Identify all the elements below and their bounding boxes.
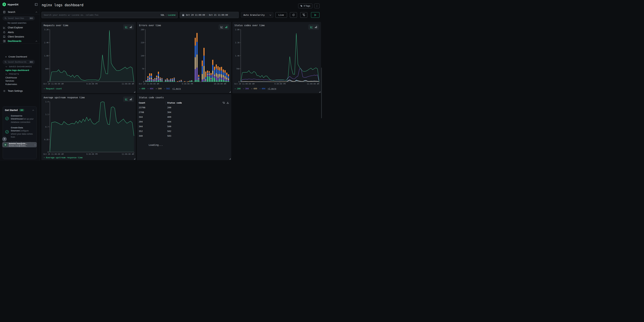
app-root: HyperDX Search ⌘K No saved searches [0,0,322,161]
count-cell: 340 [139,135,167,140]
wrap-lines-icon[interactable] [222,102,225,104]
svg-text:2.8K: 2.8K [235,29,240,31]
legend-more-link[interactable]: +1 more [172,88,181,90]
bar-chart-icon[interactable] [130,26,132,28]
sidebar-item-chart-explorer[interactable]: Chart Explorer [0,25,40,30]
line-chart-icon[interactable] [125,98,128,100]
bar-chart-icon[interactable] [315,26,317,28]
legend-item[interactable]: —502 [164,88,170,90]
sidebar-collapse-button[interactable] [35,3,38,6]
svg-text:9:30:00 PM: 9:30:00 PM [182,83,193,85]
requests-chart-plot[interactable]: 08001.6K2.4K3.2KOct 20 11:00:00 AM9:30:0… [43,29,134,86]
gear-icon [3,90,6,92]
granularity-select[interactable]: Auto Granularity [241,12,273,18]
legend-item[interactable]: —Average upstream response time [44,156,82,159]
column-resize-handle[interactable] [166,102,166,104]
panel-avg-upstream-response: Average upstream response time 00.350.71… [42,94,136,160]
check-circle-icon [5,130,9,134]
chevron-up-icon [36,40,37,42]
bar-chart-icon[interactable] [225,26,228,28]
event-search-bar[interactable]: SQL | Lucene [42,12,178,18]
svg-text:11:00:00 AM: 11:00:00 AM [122,83,134,85]
sidebar-item-alerts[interactable]: Alerts [0,30,40,34]
sidebar-item-dashboards[interactable]: Dashboards [0,39,40,43]
legend-item[interactable]: —Request count [44,88,62,90]
dashboard-menu-button[interactable]: ⋮ [314,4,320,8]
get-started-title: Get Started [5,109,18,112]
scrollbar[interactable] [321,68,322,118]
table-row: 344400 [139,116,229,120]
legend-item[interactable]: —304 [243,88,249,90]
create-dashboard-button[interactable]: + Create Dashboard [5,55,27,58]
refresh-button[interactable] [290,12,297,18]
errors-chart-plot[interactable]: 070140210280Oct 20 11:00:00 AM9:30:00 PM… [138,29,230,86]
resize-handle[interactable] [134,158,135,160]
status-code-cell: 200 [167,106,171,111]
sidebar-item-search[interactable]: Search [0,10,40,14]
live-button[interactable]: Live [275,12,287,18]
avg-upstream-chart-plot[interactable]: 00.350.71.11.4Oct 20 11:00:00 AM9:30:00 … [43,101,134,156]
chevron-up-icon[interactable] [32,109,34,112]
legend-item[interactable]: —404 [260,88,266,90]
date-range-picker[interactable]: Oct 20 11:00:00 - Oct 21 11:00:00 [180,12,239,18]
no-saved-searches-text: No saved searches [8,22,26,24]
table-row: 340503 [139,135,229,140]
run-query-button[interactable] [311,12,320,18]
line-chart-icon[interactable] [220,26,223,28]
logo-row: HyperDX [2,2,38,7]
sidebar-item-label: Search [8,11,15,13]
saved-dashboards-field[interactable] [8,61,28,63]
resize-handle[interactable] [230,158,230,160]
tags-button[interactable]: 0 Tags [298,4,312,8]
help-button[interactable]: ? [2,137,7,142]
column-header-status-code: Status code [167,102,182,104]
legend-item[interactable]: —400 [139,88,145,90]
filter-edit-icon [302,14,305,16]
download-icon[interactable] [226,102,229,104]
section-saved-dashboards[interactable]: SAVED DASHBOARDS [6,66,32,68]
saved-searches-input[interactable]: ⌘K [3,16,35,20]
sidebar-item-nginx-logs-dashboard[interactable]: nginx logs dashboard [6,69,29,72]
column-header-count: Count [139,102,145,104]
bar-chart-icon[interactable] [130,98,132,100]
legend-item[interactable]: —404 [148,88,154,90]
count-cell: 344 [139,125,167,130]
status-codes-chart-plot[interactable]: 07001.4K2.1K2.8KOct 20 11:00:00 AM9:30:0… [234,29,320,86]
status-code-cell: 503 [167,135,171,140]
saved-searches-field[interactable] [8,17,28,20]
user-menu[interactable]: D dominic.tran@clic... dominic.tran@clic… [2,142,37,147]
sidebar-item-client-sessions[interactable]: Client Sessions [0,34,40,39]
panel-title: Status codes over time [234,24,265,27]
resize-handle[interactable] [319,92,320,92]
search-icon [4,17,6,19]
svg-text:2.4K: 2.4K [44,42,49,44]
sidebar-item-services[interactable]: Services [6,80,14,82]
svg-text:210: 210 [141,42,144,44]
filter-button[interactable] [300,12,307,18]
line-chart-icon[interactable] [125,26,128,28]
lucene-mode-toggle[interactable]: Lucene [168,14,176,16]
saved-dashboards-input[interactable]: ⌘K [3,60,35,64]
sidebar-item-team-settings[interactable]: Team Settings [0,89,40,93]
status-code-cell: 304 [167,111,171,116]
avatar: D [4,143,7,147]
dashboards-icon [3,40,6,42]
panel-title: Average upstream response time [44,96,85,99]
legend-item[interactable]: —500 [156,88,162,90]
chart-explorer-icon [3,26,6,29]
svg-text:Oct 20 11:00:00 AM: Oct 20 11:00:00 AM [44,153,64,155]
svg-text:140: 140 [141,55,144,57]
svg-text:Oct 20 11:00:00 AM: Oct 20 11:00:00 AM [234,83,254,85]
legend-item[interactable]: —200 [235,88,240,90]
sidebar-item-kubernetes[interactable]: Kubernetes [6,83,17,86]
event-search-input[interactable] [44,14,159,16]
sidebar-item-clickhouse[interactable]: ClickHouse [6,76,17,79]
resize-handle[interactable] [230,92,230,92]
legend-item[interactable]: —400 [251,88,257,90]
brand-title: HyperDX [8,3,18,6]
section-presets[interactable]: PRESETS [6,73,19,75]
line-chart-icon[interactable] [310,26,313,28]
resize-handle[interactable] [134,92,135,92]
legend-more-link[interactable]: +3 more [268,88,276,90]
sql-mode-toggle[interactable]: SQL [161,14,164,16]
